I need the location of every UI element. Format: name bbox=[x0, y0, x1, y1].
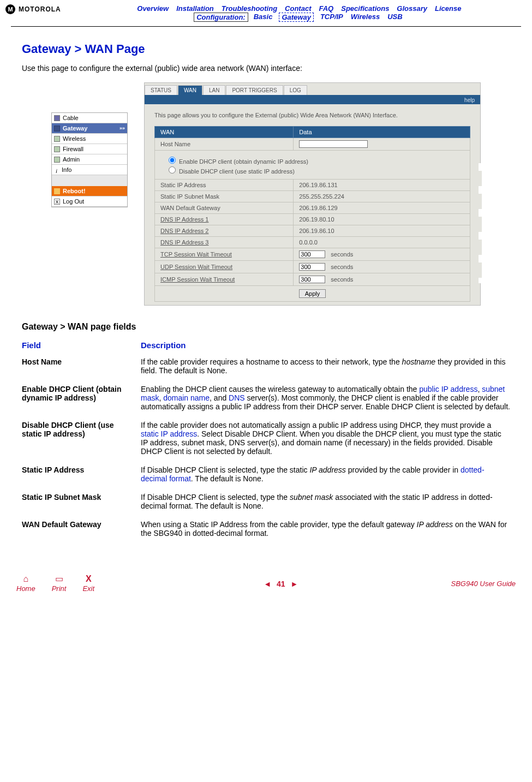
field-enable-dhcp: Enable DHCP Client (obtain dynamic IP ad… bbox=[22, 385, 141, 421]
col-description: Description bbox=[141, 341, 510, 357]
nav-wireless[interactable]: Wireless bbox=[349, 13, 382, 22]
col-field: Field bbox=[22, 341, 141, 357]
label-tcp-timeout[interactable]: TCP Session Wait Timeout bbox=[155, 248, 294, 261]
help-link[interactable]: help bbox=[464, 97, 475, 103]
tab-lan[interactable]: LAN bbox=[203, 85, 225, 95]
prev-page-icon[interactable]: ◄ bbox=[260, 580, 274, 588]
print-icon: ▭ bbox=[55, 575, 63, 583]
guide-title: SBG940 User Guide bbox=[451, 580, 516, 588]
logo-text: MOTOROLA bbox=[19, 5, 61, 13]
nav-basic[interactable]: Basic bbox=[252, 13, 275, 22]
th-wan: WAN bbox=[155, 127, 294, 138]
sidenav-firewall[interactable]: Firewall bbox=[52, 144, 127, 154]
config-panel: STATUS WAN LAN PORT TRIGGERS LOG help Th… bbox=[144, 82, 481, 306]
sidenav-gateway[interactable]: Gateway»» bbox=[52, 123, 127, 134]
input-icmp-timeout[interactable] bbox=[299, 276, 325, 283]
tab-log[interactable]: LOG bbox=[284, 85, 307, 95]
desc-host-name: If the cable provider requires a hostnam… bbox=[141, 357, 510, 385]
nav-faq[interactable]: FAQ bbox=[316, 4, 336, 13]
fields-table: Field Description Host Name If the cable… bbox=[22, 341, 510, 547]
motorola-logo: MOTOROLA bbox=[0, 4, 61, 14]
value-dns2: 206.19.86.10 bbox=[294, 225, 470, 237]
page-number: 41 bbox=[277, 580, 285, 588]
input-udp-timeout[interactable] bbox=[299, 263, 325, 271]
footer: ⌂ Home ▭ Print X Exit ◄ 41 ► SBG940 User… bbox=[0, 569, 532, 598]
value-subnet: 255.255.255.224 bbox=[294, 191, 470, 202]
panel-description: This page allows you to configure the Ex… bbox=[154, 112, 470, 118]
field-wan-gw: WAN Default Gateway bbox=[22, 520, 141, 547]
input-host-name[interactable] bbox=[299, 140, 368, 148]
label-icmp-timeout[interactable]: ICMP Session Wait Timeout bbox=[155, 273, 294, 286]
nav-overview[interactable]: Overview bbox=[135, 4, 171, 13]
dhcp-options: Enable DHCP client (obtain dynamic IP ad… bbox=[155, 151, 470, 180]
config-tabs: STATUS WAN LAN PORT TRIGGERS LOG bbox=[145, 83, 480, 96]
desc-enable-dhcp: Enabling the DHCP client causes the wire… bbox=[141, 385, 510, 421]
print-button[interactable]: ▭ Print bbox=[52, 575, 67, 593]
label-udp-timeout[interactable]: UDP Session Wait Timeout bbox=[155, 261, 294, 273]
nav-installation[interactable]: Installation bbox=[174, 4, 216, 13]
exit-icon: X bbox=[86, 575, 92, 583]
desc-static-ip: If Disable DHCP Client is selected, type… bbox=[141, 465, 510, 493]
exit-button[interactable]: X Exit bbox=[82, 575, 94, 593]
nav-license[interactable]: License bbox=[433, 4, 463, 13]
home-button[interactable]: ⌂ Home bbox=[16, 575, 35, 593]
label-dns1[interactable]: DNS IP Address 1 bbox=[155, 214, 294, 225]
topnav-row-2: Configuration: Basic Gateway TCP/IP Wire… bbox=[67, 13, 532, 22]
th-data: Data bbox=[294, 127, 470, 138]
label-subnet: Static IP Subnet Mask bbox=[155, 191, 294, 202]
nav-specifications[interactable]: Specifications bbox=[339, 4, 391, 13]
desc-disable-dhcp: If the cable provider does not automatic… bbox=[141, 421, 510, 465]
pager: ◄ 41 ► bbox=[111, 580, 451, 588]
input-tcp-timeout[interactable] bbox=[299, 250, 325, 258]
sidenav-reboot[interactable]: Reboot! bbox=[52, 186, 127, 196]
configuration-label: Configuration: bbox=[194, 13, 248, 22]
apply-button[interactable]: Apply bbox=[299, 289, 326, 298]
tab-status[interactable]: STATUS bbox=[145, 85, 177, 95]
label-dns3[interactable]: DNS IP Address 3 bbox=[155, 237, 294, 248]
field-static-ip: Static IP Address bbox=[22, 465, 141, 493]
next-page-icon[interactable]: ► bbox=[287, 580, 301, 588]
sidenav-wireless[interactable]: Wireless bbox=[52, 134, 127, 144]
label-wan-gw: WAN Default Gateway bbox=[155, 202, 294, 214]
home-icon: ⌂ bbox=[23, 575, 29, 583]
scroll-grabs bbox=[479, 163, 482, 283]
sidenav-admin[interactable]: Admin bbox=[52, 154, 127, 165]
label-dns2[interactable]: DNS IP Address 2 bbox=[155, 225, 294, 237]
config-sidenav: Cable Gateway»» Wireless Firewall Admin … bbox=[51, 112, 128, 207]
label-host-name: Host Name bbox=[155, 138, 294, 151]
desc-subnet: If Disable DHCP Client is selected, type… bbox=[141, 493, 510, 520]
nav-troubleshooting[interactable]: Troubleshooting bbox=[219, 4, 279, 13]
value-static-ip: 206.19.86.131 bbox=[294, 180, 470, 191]
chevron-icon: »» bbox=[119, 126, 125, 131]
nav-gateway-active[interactable]: Gateway bbox=[279, 13, 313, 22]
section-title: Gateway > WAN page fields bbox=[22, 322, 510, 332]
value-dns1: 206.19.80.10 bbox=[294, 214, 470, 225]
desc-wan-gw: When using a Static IP Address from the … bbox=[141, 520, 510, 547]
nav-usb[interactable]: USB bbox=[385, 13, 404, 22]
sidenav-logout[interactable]: XLog Out bbox=[52, 196, 127, 207]
radio-enable-dhcp[interactable]: Enable DHCP client (obtain dynamic IP ad… bbox=[166, 155, 464, 165]
sidenav-cable[interactable]: Cable bbox=[52, 113, 127, 123]
nav-glossary[interactable]: Glossary bbox=[394, 4, 429, 13]
field-disable-dhcp: Disable DHCP Client (use static IP addre… bbox=[22, 421, 141, 465]
nav-contact[interactable]: Contact bbox=[283, 4, 313, 13]
value-wan-gw: 206.19.86.129 bbox=[294, 202, 470, 214]
value-dns3: 0.0.0.0 bbox=[294, 237, 470, 248]
label-static-ip: Static IP Address bbox=[155, 180, 294, 191]
radio-disable-dhcp[interactable]: Disable DHCP client (use static IP addre… bbox=[166, 165, 464, 175]
nav-tcpip[interactable]: TCP/IP bbox=[318, 13, 345, 22]
topnav-row-1: Overview Installation Troubleshooting Co… bbox=[67, 4, 532, 13]
page-title: Gateway > WAN Page bbox=[22, 42, 510, 56]
sidenav-info[interactable]: iInfo bbox=[52, 165, 127, 175]
field-subnet: Static IP Subnet Mask bbox=[22, 493, 141, 520]
tab-port-triggers[interactable]: PORT TRIGGERS bbox=[226, 85, 283, 95]
tab-wan[interactable]: WAN bbox=[178, 85, 202, 95]
motorola-icon bbox=[5, 4, 15, 14]
intro-text: Use this page to configure the external … bbox=[22, 64, 510, 73]
wan-table: WAN Data Host Name Enable DHCP client (o… bbox=[154, 126, 470, 302]
field-host-name: Host Name bbox=[22, 357, 141, 385]
